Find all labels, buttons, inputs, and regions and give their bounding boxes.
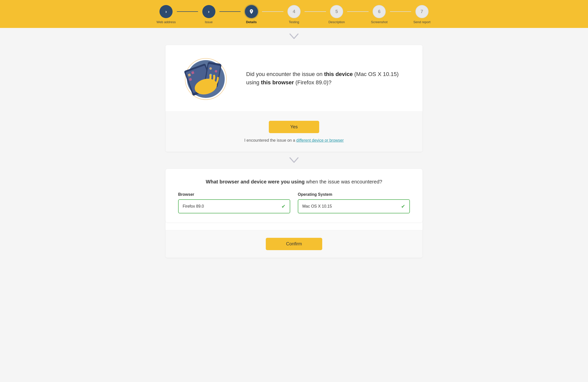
browser-input[interactable]: Firefox 89.0 ✔: [178, 199, 290, 213]
step-6[interactable]: 6 Screenshot: [369, 5, 390, 24]
step-3-label: Details: [246, 20, 257, 24]
browser-question: What browser and device were you using w…: [178, 179, 410, 185]
chevron-divider-1: [166, 28, 422, 45]
os-input[interactable]: Mac OS X 10.15 ✔: [298, 199, 410, 213]
chevron-down-icon-1: [289, 33, 299, 40]
step-2-circle: ›: [202, 5, 215, 18]
stepper-bar: › Web address › Issue Details 4 Testing: [0, 0, 588, 28]
browser-question-rest: when the issue was encountered?: [305, 179, 382, 184]
os-value: Mac OS X 10.15: [302, 204, 332, 209]
browser-field-group: Browser Firefox 89.0 ✔: [178, 192, 290, 213]
connector-6-7: [390, 11, 411, 12]
different-device-prefix: I encountered the issue on a: [244, 138, 296, 142]
os-field-group: Operating System Mac OS X 10.15 ✔: [298, 192, 410, 213]
connector-4-5: [305, 11, 326, 12]
step-7[interactable]: 7 Send report: [411, 5, 433, 24]
step-2[interactable]: › Issue: [198, 5, 219, 24]
step-6-circle: 6: [373, 5, 386, 18]
step-7-label: Send report: [413, 20, 431, 24]
step-4-circle: 4: [287, 5, 301, 18]
device-illustration: [181, 55, 231, 101]
step-4-label: Testing: [289, 20, 299, 24]
browser-device-card: What browser and device were you using w…: [166, 169, 422, 258]
os-check-icon: ✔: [401, 203, 405, 209]
step-2-label: Issue: [205, 20, 213, 24]
step-3[interactable]: Details: [241, 5, 262, 24]
step-3-circle: [245, 5, 258, 18]
os-label: Operating System: [298, 192, 410, 197]
this-device-bold: this device: [324, 71, 353, 77]
pin-icon: [249, 9, 254, 14]
step-6-label: Screenshot: [371, 20, 388, 24]
illustration-svg: [181, 55, 231, 100]
confirm-section: Confirm: [166, 230, 422, 258]
step-1-circle: ›: [159, 5, 173, 18]
step-1[interactable]: › Web address: [155, 5, 177, 24]
step-1-label: Web address: [156, 20, 176, 24]
browser-value: Firefox 89.0: [183, 204, 204, 209]
fields-row: Browser Firefox 89.0 ✔ Operating System …: [178, 192, 410, 213]
question-prefix: Did you encounter the issue on: [246, 71, 324, 77]
answer-section: Yes I encountered the issue on a differe…: [166, 111, 422, 152]
chevron-down-icon-2: [289, 157, 299, 164]
connector-2-3: [219, 11, 241, 12]
question-card: Did you encounter the issue on this devi…: [166, 45, 422, 152]
yes-button[interactable]: Yes: [269, 121, 319, 133]
step-5-circle: 5: [330, 5, 343, 18]
different-device-text: I encountered the issue on a different d…: [244, 138, 344, 143]
browser-check-icon: ✔: [281, 203, 286, 209]
browser-info: (Firefox 89.0)?: [294, 79, 332, 86]
main-content: Did you encounter the issue on this devi…: [155, 28, 433, 268]
browser-label: Browser: [178, 192, 290, 197]
question-text: Did you encounter the issue on this devi…: [246, 70, 407, 87]
step-4[interactable]: 4 Testing: [283, 5, 305, 24]
this-browser-bold: this browser: [261, 79, 294, 86]
connector-5-6: [347, 11, 369, 12]
step-5[interactable]: 5 Description: [326, 5, 347, 24]
connector-3-4: [262, 11, 283, 12]
chevron-divider-2: [166, 152, 422, 169]
different-device-link[interactable]: different device or browser: [296, 138, 344, 142]
connector-1-2: [177, 11, 198, 12]
stepper: › Web address › Issue Details 4 Testing: [155, 5, 433, 24]
browser-card-content: What browser and device were you using w…: [166, 169, 422, 222]
question-section: Did you encounter the issue on this devi…: [166, 45, 422, 111]
confirm-button[interactable]: Confirm: [266, 238, 322, 250]
step-7-circle: 7: [415, 5, 429, 18]
browser-question-bold: What browser and device were you using: [206, 179, 305, 184]
step-5-label: Description: [329, 20, 345, 24]
